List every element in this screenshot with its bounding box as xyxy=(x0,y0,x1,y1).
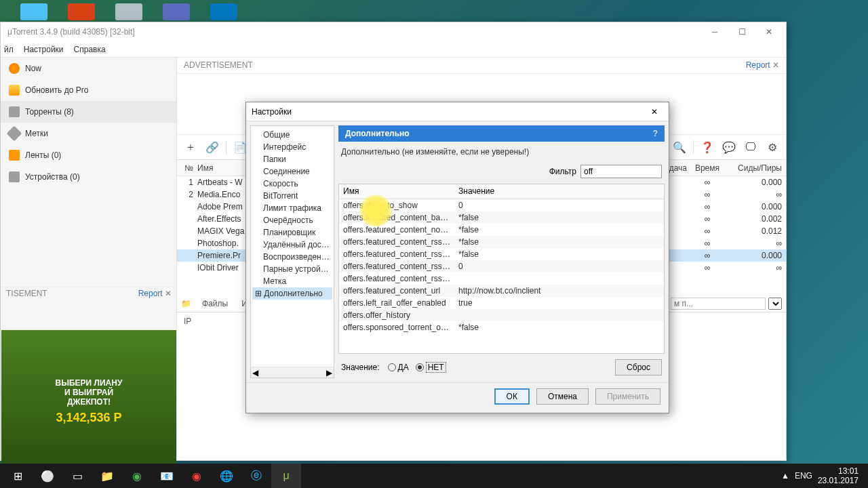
tree-item[interactable]: Метка xyxy=(252,275,332,287)
tree-item[interactable]: Папки xyxy=(252,153,332,165)
system-tray[interactable]: ▲ ENG 13:01 23.01.2017 xyxy=(781,466,865,486)
utorrent-taskbar[interactable]: μ xyxy=(271,464,301,488)
dialog-title: Настройки xyxy=(252,107,646,117)
apply-button: Применить xyxy=(595,388,660,405)
chrome-icon[interactable]: 🌐 xyxy=(212,464,241,488)
search-button[interactable]: 🔍 xyxy=(671,139,688,155)
filter-label: Фильтр xyxy=(549,167,576,176)
main-titlebar: μTorrent 3.4.9 (build 43085) [32-bit] ─ … xyxy=(1,22,786,41)
add-torrent-button[interactable]: ＋ xyxy=(182,139,199,155)
desktop-icon[interactable] xyxy=(68,3,95,20)
sidebar-item-pro[interactable]: Обновить до Pro xyxy=(1,79,176,101)
reset-button[interactable]: Сброс xyxy=(615,359,662,375)
tab-files[interactable]: Файлы xyxy=(197,297,233,310)
grid-row[interactable]: offers.featured_content_rss_url xyxy=(339,272,664,285)
add-url-button[interactable]: 🔗 xyxy=(204,139,220,155)
ad-close[interactable]: ✕ xyxy=(772,60,779,70)
left-ad-banner[interactable]: ВЫБЕРИ ЛИАНУ И ВЫИГРАЙ ДЖЕКПОТ! 3,142,53… xyxy=(1,330,176,472)
tree-item[interactable]: Воспроизведение xyxy=(252,251,332,263)
device-icon xyxy=(9,171,20,182)
bottom-dropdown[interactable] xyxy=(768,298,782,310)
grid-row[interactable]: offers.featured_content_rss_ra...*false xyxy=(339,248,664,260)
search-taskbar[interactable]: ⚪ xyxy=(33,464,62,488)
dialog-close-button[interactable]: ✕ xyxy=(646,104,663,119)
now-icon xyxy=(9,63,20,74)
help-icon[interactable]: ? xyxy=(653,129,658,138)
desktop-icon[interactable] xyxy=(115,3,142,20)
desktop-icon[interactable] xyxy=(210,3,237,20)
sidebar-item-torrents[interactable]: Торренты (8) xyxy=(1,101,176,123)
sidebar-item-feeds[interactable]: Ленты (0) xyxy=(1,144,176,166)
close-button[interactable]: ✕ xyxy=(755,24,783,40)
menu-settings[interactable]: Настройки xyxy=(24,45,64,54)
filter-input[interactable] xyxy=(580,165,662,178)
value-label: Значение: xyxy=(341,363,380,372)
radio-yes[interactable]: ДА xyxy=(388,363,409,372)
desktop-icon[interactable] xyxy=(163,3,190,20)
rss-icon xyxy=(9,150,20,161)
pro-icon xyxy=(9,85,20,96)
torrent-icon xyxy=(9,106,20,117)
remote-button[interactable]: 🖵 xyxy=(743,139,759,155)
left-ad-label: TISEMENT xyxy=(6,289,47,298)
left-ad-report[interactable]: Report xyxy=(138,289,163,298)
minimize-button[interactable]: ─ xyxy=(701,24,728,40)
grid-row[interactable]: offers.days_to_show0 xyxy=(339,199,664,211)
advanced-grid[interactable]: Имя Значение offers.days_to_show0offers.… xyxy=(338,184,665,354)
tree-item[interactable]: Общие xyxy=(252,129,332,141)
grid-header: Имя Значение xyxy=(339,184,664,199)
help-button[interactable]: ❓ xyxy=(699,139,715,155)
window-title: μTorrent 3.4.9 (build 43085) [32-bit] xyxy=(4,27,701,37)
sidebar-item-labels[interactable]: Метки xyxy=(1,123,176,144)
settings-dialog: Настройки ✕ ОбщиеИнтерфейсПапкиСоединени… xyxy=(245,102,669,413)
task-view[interactable]: ▭ xyxy=(62,464,92,488)
chat-button[interactable]: 💬 xyxy=(721,139,737,155)
tree-item[interactable]: ⊞ Дополнительно xyxy=(252,287,332,300)
tree-item[interactable]: BitTorrent xyxy=(252,190,332,202)
sidebar-item-devices[interactable]: Устройства (0) xyxy=(1,166,176,188)
section-header: Дополнительно ? xyxy=(338,125,665,142)
desktop-icon[interactable] xyxy=(20,3,47,20)
ad-label: ADVERTISEMENT xyxy=(184,60,253,70)
tree-item[interactable]: Скорость xyxy=(252,178,332,190)
menu-bar: йл Настройки Справка xyxy=(1,41,786,58)
file-explorer[interactable]: 📁 xyxy=(92,464,122,488)
app-icon[interactable]: ◉ xyxy=(182,464,212,488)
grid-row[interactable]: offers.offer_history xyxy=(339,309,664,321)
radio-no[interactable]: НЕТ xyxy=(416,362,446,373)
bottom-filter[interactable] xyxy=(671,298,766,310)
sidebar-item-now[interactable]: Now xyxy=(1,58,176,79)
grid-row[interactable]: offers.featured_content_urlhttp://now.bt… xyxy=(339,285,664,297)
menu-help[interactable]: Справка xyxy=(74,45,106,54)
start-button[interactable]: ⊞ xyxy=(3,464,33,488)
settings-button[interactable]: ⚙ xyxy=(764,139,781,155)
ie-icon[interactable]: ⓔ xyxy=(241,464,271,488)
grid-row[interactable]: offers.featured_content_rss_up...0 xyxy=(339,260,664,272)
grid-row[interactable]: offers.sponsored_torrent_offer...*false xyxy=(339,321,664,333)
tree-item[interactable]: Парные устройства xyxy=(252,263,332,275)
tree-item[interactable]: Планировщик xyxy=(252,226,332,239)
menu-file[interactable]: йл xyxy=(4,45,14,54)
grid-row[interactable]: offers.left_rail_offer_enabledtrue xyxy=(339,297,664,309)
dialog-titlebar: Настройки ✕ xyxy=(246,102,669,121)
app-icon[interactable]: ◉ xyxy=(122,464,152,488)
tree-item[interactable]: Интерфейс xyxy=(252,141,332,153)
grid-row[interactable]: offers.featured_content_badge...*false xyxy=(339,211,664,224)
tree-item[interactable]: Очерёдность xyxy=(252,214,332,226)
app-icon[interactable]: 📧 xyxy=(152,464,182,488)
ok-button[interactable]: ОК xyxy=(494,388,530,405)
grid-row[interactable]: offers.featured_content_rss_en...*false xyxy=(339,236,664,248)
clock[interactable]: 13:01 23.01.2017 xyxy=(818,466,859,486)
tag-icon xyxy=(7,126,22,142)
tree-item[interactable]: Лимит трафика xyxy=(252,202,332,214)
settings-tree[interactable]: ОбщиеИнтерфейсПапкиСоединениеСкоростьBit… xyxy=(250,125,334,378)
tree-scrollbar[interactable]: ◀▶ xyxy=(251,367,334,378)
maximize-button[interactable]: ☐ xyxy=(728,24,755,40)
lang-indicator[interactable]: ENG xyxy=(795,471,812,481)
cancel-button[interactable]: Отмена xyxy=(536,388,589,405)
ad-report-link[interactable]: Report xyxy=(746,60,770,70)
tree-item[interactable]: Удалённый доступ xyxy=(252,239,332,251)
warning-text: Дополнительно (не изменяйте, если не уве… xyxy=(338,142,665,162)
tree-item[interactable]: Соединение xyxy=(252,165,332,178)
grid-row[interactable]: offers.featured_content_notific...*false xyxy=(339,224,664,236)
